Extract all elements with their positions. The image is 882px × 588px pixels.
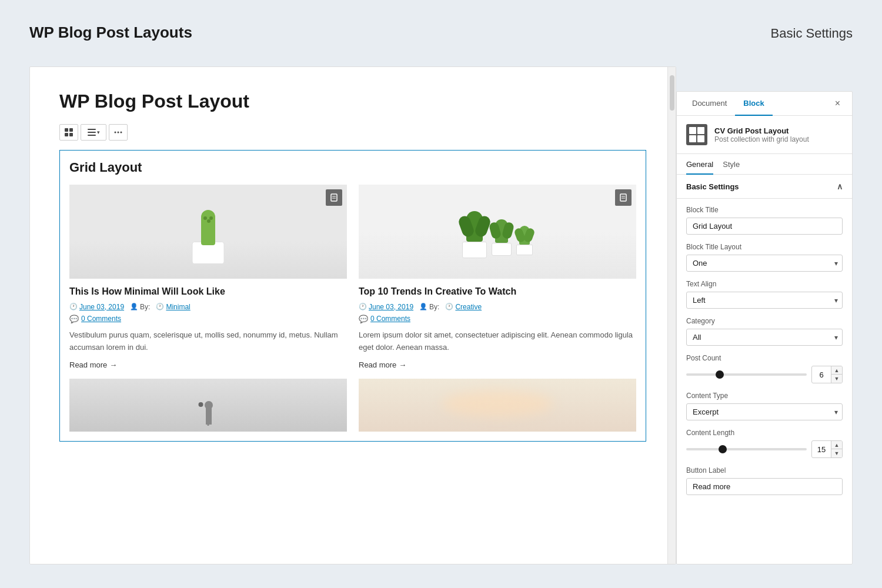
post-2-category[interactable]: Creative bbox=[455, 303, 482, 311]
block-icon bbox=[686, 124, 707, 145]
post-1-image-icon[interactable] bbox=[326, 189, 342, 206]
settings-body: Block Title Block Title Layout One Two T… bbox=[677, 199, 852, 510]
post-1-author-label: By: bbox=[140, 303, 150, 311]
svg-rect-4 bbox=[88, 129, 96, 130]
block-title-input[interactable] bbox=[686, 218, 843, 235]
category-row: Category All Minimal Creative ▾ bbox=[686, 317, 843, 346]
post-2-comments-link[interactable]: 0 Comments bbox=[370, 315, 410, 323]
content-length-down-btn[interactable]: ▼ bbox=[831, 449, 842, 457]
post-1-date[interactable]: June 03, 2019 bbox=[79, 303, 124, 311]
button-label-label: Button Label bbox=[686, 466, 843, 475]
post-2-read-more[interactable]: Read more → bbox=[359, 360, 636, 369]
post-2-date[interactable]: June 03, 2019 bbox=[369, 303, 413, 311]
post-1-comments-link[interactable]: 0 Comments bbox=[81, 315, 121, 323]
category-label: Category bbox=[686, 317, 843, 325]
post-1-image bbox=[69, 185, 347, 279]
text-align-row: Text Align Left Center Right ▾ bbox=[686, 280, 843, 309]
svg-point-8 bbox=[118, 132, 119, 133]
settings-content: Basic Settings ∧ Block Title Block Title… bbox=[677, 175, 852, 564]
editor-canvas: WP Blog Post Layout bbox=[29, 66, 676, 564]
content-type-row: Content Type Excerpt Full Content None ▾ bbox=[686, 392, 843, 420]
post-card-1: This Is How Minimal Will Look Like 🕐 Jun… bbox=[69, 185, 347, 369]
tab-block[interactable]: Block bbox=[735, 92, 772, 116]
tab-document[interactable]: Document bbox=[684, 92, 735, 116]
panel-close-btn[interactable]: × bbox=[830, 93, 845, 113]
content-length-row: Content Length ▲ ▼ bbox=[686, 429, 843, 458]
post-1-category[interactable]: Minimal bbox=[166, 303, 190, 311]
svg-rect-10 bbox=[331, 194, 337, 201]
post-count-row: Post Count ▲ ▼ bbox=[686, 354, 843, 383]
svg-rect-13 bbox=[620, 194, 626, 201]
toolbar-more-btn[interactable] bbox=[109, 124, 128, 141]
post-2-excerpt: Lorem ipsum dolor sit amet, consectetuer… bbox=[359, 329, 636, 354]
text-align-label: Text Align bbox=[686, 280, 843, 288]
content-length-slider[interactable] bbox=[686, 448, 807, 450]
button-label-input[interactable] bbox=[686, 478, 843, 495]
svg-rect-6 bbox=[88, 135, 96, 136]
content-type-select[interactable]: Excerpt Full Content None bbox=[686, 403, 843, 420]
right-panel: Basic Settings Document Block × bbox=[676, 66, 853, 564]
svg-point-9 bbox=[121, 132, 122, 133]
content-type-label: Content Type bbox=[686, 392, 843, 400]
post-3-image-partial bbox=[69, 379, 347, 432]
post-count-spinners: ▲ ▼ bbox=[831, 366, 842, 383]
post-1-excerpt: Vestibulum purus quam, scelerisque ut, m… bbox=[69, 329, 347, 354]
category-select-wrap: All Minimal Creative ▾ bbox=[686, 329, 843, 346]
block-title-row: Block Title bbox=[686, 206, 843, 235]
content-type-select-wrap: Excerpt Full Content None ▾ bbox=[686, 403, 843, 420]
block-heading: Grid Layout bbox=[69, 160, 636, 175]
post-count-up-btn[interactable]: ▲ bbox=[831, 366, 842, 375]
block-title-label: Block Title bbox=[686, 206, 843, 214]
post-1-title: This Is How Minimal Will Look Like bbox=[69, 286, 347, 298]
svg-point-7 bbox=[115, 132, 116, 133]
block-title-layout-select[interactable]: One Two Three bbox=[686, 255, 843, 272]
post-2-meta: 🕐 June 03, 2019 👤 By: 🕐 Creative bbox=[359, 303, 636, 311]
basic-settings-section-header[interactable]: Basic Settings ∧ bbox=[677, 175, 852, 199]
block-icon-sq-2 bbox=[697, 127, 704, 134]
block-title-layout-select-wrap: One Two Three ▾ bbox=[686, 255, 843, 272]
post-1-read-more[interactable]: Read more → bbox=[69, 360, 347, 369]
block-info-row: CV Grid Post Layout Post collection with… bbox=[677, 116, 852, 154]
page-title: WP Blog Post Layouts bbox=[29, 24, 192, 42]
block-info-text: CV Grid Post Layout Post collection with… bbox=[714, 126, 809, 143]
post-card-2: Top 10 Trends In Creative To Watch 🕐 Jun… bbox=[359, 185, 636, 369]
subtab-general[interactable]: General bbox=[686, 160, 713, 175]
chevron-up-icon: ∧ bbox=[837, 182, 843, 191]
text-align-select-wrap: Left Center Right ▾ bbox=[686, 292, 843, 309]
content-length-label: Content Length bbox=[686, 429, 843, 437]
button-label-row: Button Label bbox=[686, 466, 843, 495]
post-count-number[interactable] bbox=[812, 368, 831, 382]
post-count-slider[interactable] bbox=[686, 373, 807, 376]
svg-rect-3 bbox=[69, 133, 73, 136]
scrollbar[interactable] bbox=[667, 67, 676, 564]
toolbar-grid-btn[interactable] bbox=[59, 124, 78, 141]
post-2-title: Top 10 Trends In Creative To Watch bbox=[359, 286, 636, 298]
block-info-desc: Post collection with grid layout bbox=[714, 135, 809, 143]
block-icon-sq-1 bbox=[689, 127, 696, 134]
posts-grid-bottom bbox=[69, 379, 636, 432]
post-count-down-btn[interactable]: ▼ bbox=[831, 375, 842, 383]
block-icon-sq-4 bbox=[697, 135, 704, 142]
category-select[interactable]: All Minimal Creative bbox=[686, 329, 843, 346]
content-length-up-btn[interactable]: ▲ bbox=[831, 441, 842, 449]
text-align-select[interactable]: Left Center Right bbox=[686, 292, 843, 309]
toolbar-list-btn[interactable]: ▾ bbox=[81, 124, 106, 141]
post-count-number-wrap: ▲ ▼ bbox=[811, 366, 843, 383]
post-1-comments: 💬 0 Comments bbox=[69, 315, 347, 323]
scroll-thumb bbox=[670, 75, 674, 111]
svg-rect-5 bbox=[88, 132, 96, 133]
svg-rect-1 bbox=[69, 128, 73, 132]
block-icon-sq-3 bbox=[689, 135, 696, 142]
block-toolbar: ▾ bbox=[59, 124, 646, 141]
block-title-layout-row: Block Title Layout One Two Three ▾ bbox=[686, 243, 843, 272]
post-4-image-partial bbox=[359, 379, 636, 432]
post-2-comments: 💬 0 Comments bbox=[359, 315, 636, 323]
content-length-slider-row: ▲ ▼ bbox=[686, 440, 843, 458]
subtabs: General Style bbox=[677, 154, 852, 175]
block-content-area: Grid Layout bbox=[59, 150, 646, 442]
post-2-image-icon[interactable] bbox=[615, 189, 632, 206]
content-length-number[interactable] bbox=[812, 443, 831, 456]
post-2-author-label: By: bbox=[429, 303, 439, 311]
svg-rect-0 bbox=[65, 128, 68, 132]
subtab-style[interactable]: Style bbox=[723, 160, 740, 175]
